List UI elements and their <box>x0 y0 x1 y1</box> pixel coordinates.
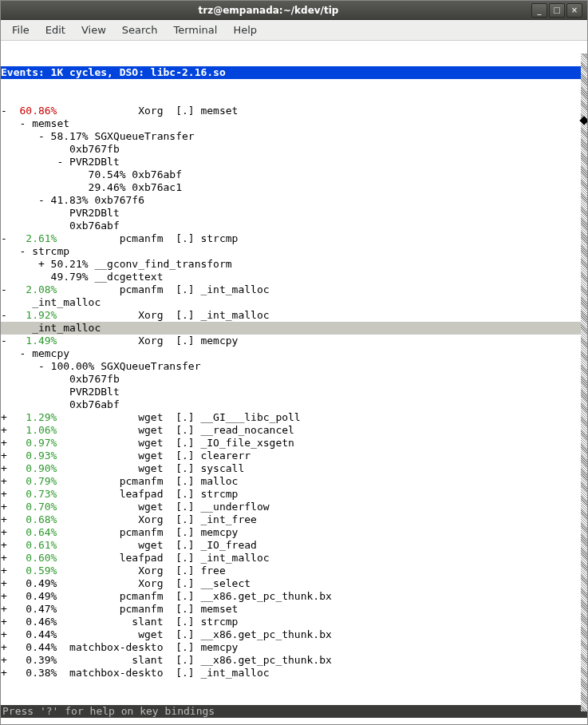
expand-marker[interactable]: - <box>1 283 26 295</box>
perf-row[interactable]: + 0.70% wget [.] __underflow <box>1 501 587 513</box>
percent-value: 0.59% <box>26 565 57 576</box>
expand-marker[interactable]: - <box>1 232 26 244</box>
perf-row[interactable]: + 0.90% wget [.] syscall <box>1 462 587 475</box>
perf-row[interactable]: 0xb767fb <box>1 143 587 156</box>
perf-row[interactable]: + 0.60% leafpad [.] _int_malloc <box>1 552 587 565</box>
perf-row[interactable]: + 0.49% Xorg [.] __select <box>1 577 587 590</box>
expand-marker[interactable]: + <box>1 641 26 653</box>
perf-row[interactable]: + 0.61% wget [.] _IO_fread <box>1 539 587 552</box>
symbol-text: matchbox-deskto [.] memcpy <box>57 641 238 653</box>
perf-row[interactable]: - 2.61% pcmanfm [.] strcmp <box>1 232 587 245</box>
menu-edit[interactable]: Edit <box>37 21 73 39</box>
expand-marker[interactable]: + <box>1 450 26 462</box>
expand-marker[interactable]: + <box>1 654 26 666</box>
expand-marker[interactable]: + <box>1 424 26 436</box>
expand-marker[interactable]: + <box>1 513 26 525</box>
expand-marker[interactable]: + <box>1 590 26 602</box>
symbol-text: wget [.] clearerr <box>57 450 251 462</box>
symbol-text: pcmanfm [.] memset <box>57 603 238 615</box>
maximize-button[interactable]: □ <box>549 3 565 18</box>
perf-row[interactable]: + 0.38% matchbox-deskto [.] _int_malloc <box>1 667 587 679</box>
perf-row[interactable]: - 58.17% SGXQueueTransfer <box>1 130 587 143</box>
symbol-text: wget [.] __x86.get_pc_thunk.bx <box>57 628 331 640</box>
perf-row[interactable]: - PVR2DBlt <box>1 156 587 168</box>
scrollbar[interactable] <box>581 53 587 711</box>
perf-row[interactable]: + 0.44% wget [.] __x86.get_pc_thunk.bx <box>1 628 587 641</box>
perf-row[interactable]: + 0.97% wget [.] _IO_file_xsgetn <box>1 437 587 450</box>
expand-marker[interactable]: + <box>1 526 26 538</box>
close-button[interactable]: × <box>566 3 582 18</box>
menu-search[interactable]: Search <box>114 21 166 39</box>
menu-help[interactable]: Help <box>225 21 265 39</box>
expand-marker[interactable]: + <box>1 565 26 576</box>
perf-row[interactable]: 70.54% 0xb76abf <box>1 168 587 181</box>
expand-marker[interactable]: + <box>1 667 26 679</box>
minimize-button[interactable]: _ <box>531 3 547 18</box>
expand-marker[interactable]: + <box>1 628 26 640</box>
expand-marker[interactable]: + <box>1 577 26 589</box>
perf-row[interactable]: + 0.93% wget [.] clearerr <box>1 450 587 462</box>
expand-marker[interactable]: + <box>1 462 26 474</box>
percent-value: 1.06% <box>26 424 57 436</box>
perf-row[interactable]: 0xb76abf <box>1 220 587 232</box>
perf-row[interactable]: + 0.64% pcmanfm [.] memcpy <box>1 526 587 539</box>
symbol-text: Xorg [.] free <box>57 565 225 576</box>
titlebar[interactable]: trz@empanada:~/kdev/tip _ □ × <box>1 1 587 20</box>
perf-row[interactable]: + 0.59% Xorg [.] free <box>1 565 587 577</box>
percent-value: 60.86% <box>19 105 57 117</box>
perf-row[interactable]: PVR2DBlt <box>1 386 587 398</box>
terminal-area[interactable]: Events: 1K cycles, DSO: libc-2.16.so - 6… <box>1 41 587 724</box>
perf-row[interactable]: 29.46% 0xb76ac1 <box>1 181 587 194</box>
perf-row[interactable]: + 0.39% slant [.] __x86.get_pc_thunk.bx <box>1 654 587 667</box>
perf-row[interactable]: _int_malloc <box>1 296 587 309</box>
perf-row[interactable]: 49.79% __dcgettext <box>1 271 587 283</box>
perf-row[interactable]: - 1.49% Xorg [.] memcpy <box>1 335 587 347</box>
perf-row[interactable]: - memcpy <box>1 347 587 360</box>
perf-row[interactable]: - 60.86% Xorg [.] memset <box>1 105 587 117</box>
expand-marker[interactable]: + <box>1 616 26 628</box>
perf-row[interactable]: + 0.79% pcmanfm [.] malloc <box>1 475 587 488</box>
perf-row[interactable]: + 0.46% slant [.] strcmp <box>1 616 587 628</box>
perf-row[interactable]: + 0.49% pcmanfm [.] __x86.get_pc_thunk.b… <box>1 590 587 603</box>
perf-row[interactable]: - 1.92% Xorg [.] _int_malloc <box>1 309 587 322</box>
perf-row[interactable]: + 50.21% __gconv_find_transform <box>1 258 587 271</box>
perf-row[interactable]: - memset <box>1 117 587 130</box>
menu-file[interactable]: File <box>4 21 37 39</box>
expand-marker[interactable]: - <box>1 335 26 347</box>
perf-row[interactable]: + 1.06% wget [.] __read_nocancel <box>1 424 587 437</box>
perf-row[interactable]: _int_malloc <box>1 322 587 335</box>
expand-marker[interactable]: + <box>1 501 26 513</box>
perf-row[interactable]: PVR2DBlt <box>1 207 587 220</box>
expand-marker[interactable]: + <box>1 475 26 487</box>
symbol-text: pcmanfm [.] memcpy <box>57 526 238 538</box>
perf-row[interactable]: - 100.00% SGXQueueTransfer <box>1 360 587 373</box>
expand-marker[interactable]: + <box>1 539 26 551</box>
expand-marker[interactable]: + <box>1 488 26 500</box>
expand-marker[interactable]: + <box>1 437 26 449</box>
percent-value: 0.79% <box>26 475 57 487</box>
perf-row[interactable]: 0xb76abf <box>1 398 587 411</box>
expand-marker[interactable]: - <box>1 309 26 321</box>
percent-value: 0.64% <box>26 526 57 538</box>
perf-row[interactable]: + 0.73% leafpad [.] strcmp <box>1 488 587 501</box>
symbol-text: wget [.] _IO_file_xsgetn <box>57 437 294 449</box>
expand-marker[interactable]: - <box>1 105 19 117</box>
menu-view[interactable]: View <box>73 21 114 39</box>
events-header: Events: 1K cycles, DSO: libc-2.16.so <box>1 66 587 79</box>
symbol-text: wget [.] __read_nocancel <box>57 424 294 436</box>
expand-marker[interactable]: + <box>1 552 26 564</box>
perf-row[interactable]: 0xb767fb <box>1 373 587 386</box>
perf-row[interactable]: - 2.08% pcmanfm [.] _int_malloc <box>1 283 587 296</box>
menu-terminal[interactable]: Terminal <box>165 21 225 39</box>
symbol-text: Xorg [.] memcpy <box>57 335 238 347</box>
perf-row[interactable]: + 0.68% Xorg [.] _int_free <box>1 513 587 526</box>
perf-row[interactable]: + 0.44% matchbox-deskto [.] memcpy <box>1 641 587 654</box>
perf-row[interactable]: - 41.83% 0xb767f6 <box>1 194 587 207</box>
percent-value: 0.97% <box>26 437 57 449</box>
perf-row[interactable]: - strcmp <box>1 245 587 258</box>
perf-row[interactable]: + 0.47% pcmanfm [.] memset <box>1 603 587 616</box>
expand-marker[interactable]: + <box>1 603 26 615</box>
perf-row[interactable]: + 1.29% wget [.] __GI___libc_poll <box>1 411 587 424</box>
expand-marker[interactable]: + <box>1 411 26 423</box>
symbol-text: wget [.] __GI___libc_poll <box>57 411 300 423</box>
